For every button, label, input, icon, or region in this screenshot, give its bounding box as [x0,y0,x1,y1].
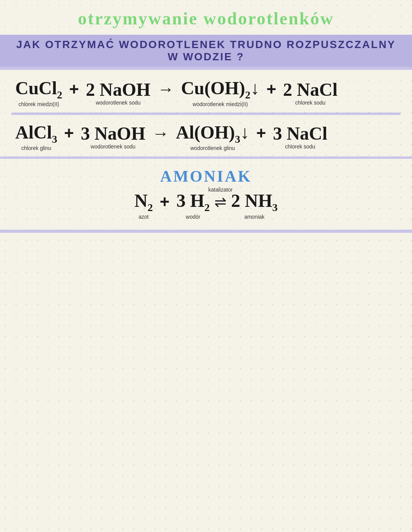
page-content: otrzymywanie wodorotlenków JAK OTRZYMAĆ … [0,0,412,233]
eq3-equilibrium-arrow: katalizator ⇌ [210,193,231,210]
eq1-plus2: + [259,80,283,99]
eq2-reactant1: AlCl3 chlorek glinu [15,123,57,152]
eq3-r2-label: wodór [186,214,200,220]
equation-row-1: CuCl2 chlorek miedzi(II) + 2 NaOH wodoro… [11,74,401,110]
eq1-reactant1: CuCl2 chlorek miedzi(II) [15,79,62,107]
eq1-p1-label: wodorotlenek miedzi(II) [193,101,248,107]
section-divider-main [0,156,412,159]
eq1-p2-label: chlorek sodu [295,100,325,106]
eq2-arrow: → [145,124,176,143]
subtitle-banner: JAK OTRZYMAĆ WODOROTLENEK TRUDNO ROZPUSZ… [0,35,412,67]
equation-row-2: AlCl3 chlorek glinu + 3 NaOH wodorotlene… [11,118,401,154]
eq1-p2-formula: 2 NaCl [283,81,338,99]
equation-row-3: N2 azot + 3 H2 wodór katalizator ⇌ 2 NH3… [11,189,401,224]
eq2-r2-formula: 3 NaOH [81,124,145,143]
eq2-product1: Al(OH)3↓ wodorotlenek glinu [176,123,249,152]
eq2-plus1: + [57,124,81,143]
eq2-reactant2: 3 NaOH wodorotlenek sodu [81,124,145,150]
eq3-reactant1: N2 azot [134,192,153,220]
eq3-r2-formula: 3 H2 [177,192,210,213]
eq1-r2-formula: 2 NaOH [86,81,150,99]
eq2-r1-label: chlorek glinu [21,145,52,151]
eq2-p1-label: wodorotlenek glinu [190,145,235,151]
eq1-r1-formula: CuCl2 [15,79,62,100]
eq1-r2-label: wodorotlenek sodu [96,100,141,106]
eq1-plus1: + [62,80,86,99]
amoniak-title: AMONIAK [11,162,401,189]
eq1-p1-formula: Cu(OH)2↓ [181,79,259,100]
amoniak-section: AMONIAK N2 azot + 3 H2 wodór katalizator… [0,162,412,227]
eq3-product1: 2 NH3 amoniak [231,192,278,220]
eq1-product1: Cu(OH)2↓ wodorotlenek miedzi(II) [181,79,259,107]
equations-section: CuCl2 chlorek miedzi(II) + 2 NaOH wodoro… [0,70,412,153]
eq2-product2: 3 NaCl chlorek sodu [273,124,327,150]
section-divider-eq1 [11,113,401,115]
eq2-p2-label: chlorek sodu [285,143,315,150]
eq1-r1-label: chlorek miedzi(II) [18,101,59,107]
eq2-p1-formula: Al(OH)3↓ [176,123,249,145]
eq3-p1-label: amoniak [244,214,264,220]
eq2-r2-label: wodorotlenek sodu [91,143,136,150]
eq3-plus1: + [153,192,177,211]
eq2-r1-formula: AlCl3 [15,123,57,145]
eq3-r1-label: azot [138,214,148,220]
main-title: otrzymywanie wodorotlenków [15,8,397,29]
eq3-r1-formula: N2 [134,192,153,213]
eq1-reactant2: 2 NaOH wodorotlenek sodu [86,81,150,106]
eq1-arrow: → [150,79,181,99]
bottom-purple-line [0,230,412,233]
subtitle-line2: W WODZIE ? [8,51,404,63]
divider-line-1 [0,67,412,70]
eq1-product2: 2 NaCl chlorek sodu [283,81,338,106]
kataliz-label: katalizator [208,187,233,193]
subtitle-line1: JAK OTRZYMAĆ WODOROTLENEK TRUDNO ROZPUSZ… [8,39,404,51]
eq2-p2-formula: 3 NaCl [273,124,327,143]
eq3-p1-formula: 2 NH3 [231,192,278,213]
eq2-plus2: + [249,124,273,143]
title-section: otrzymywanie wodorotlenków [0,0,412,32]
eq3-reactant2: 3 H2 wodór [177,192,210,220]
